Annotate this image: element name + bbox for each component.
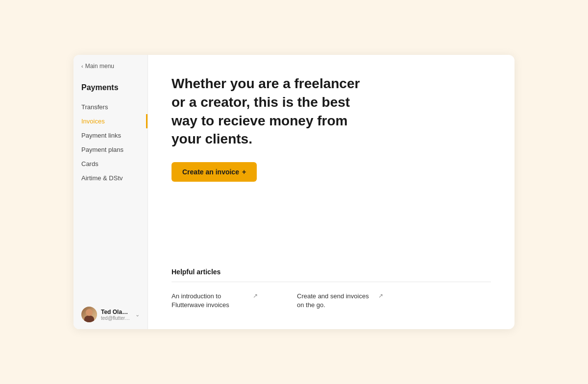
avatar-image [81,307,97,322]
user-name: Ted Oladele [101,309,131,315]
plus-icon: + [242,168,246,176]
article-item-intro[interactable]: An introduction to Flutterwave invoices … [172,292,258,310]
hero-title: Whether you are a freelancer or a creato… [172,74,377,148]
articles-section: Helpful articles An introduction to Flut… [172,252,491,310]
main-menu-label: Main menu [85,63,114,70]
user-profile[interactable]: Ted Oladele ted@flutterwave.com ⌄ [74,300,147,329]
sidebar: ‹ Main menu Payments Transfers Invoices … [74,55,148,329]
user-email: ted@flutterwave.com [101,315,131,321]
sidebar-item-transfers[interactable]: Transfers [74,100,147,114]
avatar [81,307,97,322]
create-invoice-button[interactable]: Create an invoice + [172,162,257,182]
articles-title: Helpful articles [172,268,491,276]
sidebar-item-cards[interactable]: Cards [74,157,147,171]
sidebar-nav: Transfers Invoices Payment links Payment… [74,100,147,300]
app-container: ‹ Main menu Payments Transfers Invoices … [74,55,514,329]
sidebar-top: ‹ Main menu [74,55,147,83]
sidebar-item-payment-links[interactable]: Payment links [74,128,147,143]
articles-list: An introduction to Flutterwave invoices … [172,292,491,310]
main-content: Whether you are a freelancer or a creato… [148,55,514,329]
sidebar-item-airtime-dstv[interactable]: Airtime & DStv [74,171,147,185]
sidebar-section-title: Payments [74,83,147,92]
external-link-icon-intro: ↗ [253,292,258,299]
sidebar-item-invoices[interactable]: Invoices [74,114,147,128]
main-menu-link[interactable]: ‹ Main menu [81,63,140,70]
article-item-send[interactable]: Create and send invoices on the go. ↗ [297,292,383,310]
chevron-down-icon: ⌄ [135,312,140,318]
external-link-icon-send: ↗ [378,292,383,299]
article-text-intro: An introduction to Flutterwave invoices [172,292,250,310]
create-invoice-label: Create an invoice [182,168,239,176]
hero-section: Whether you are a freelancer or a creato… [172,74,491,252]
articles-divider [172,282,491,282]
chevron-left-icon: ‹ [81,63,83,69]
sidebar-item-payment-plans[interactable]: Payment plans [74,143,147,157]
article-text-send: Create and send invoices on the go. [297,292,375,310]
user-info: Ted Oladele ted@flutterwave.com [101,309,131,321]
